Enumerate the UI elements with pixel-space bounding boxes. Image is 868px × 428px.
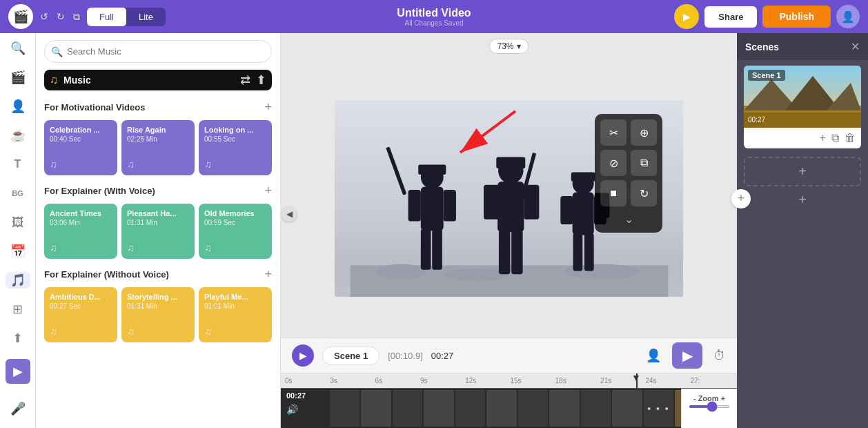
ruler-mark: 9s [419, 377, 464, 385]
music-upload-btn[interactable]: ⬆ [256, 72, 266, 88]
ruler-mark: 18s [554, 377, 599, 385]
scene-add-btn[interactable]: + [820, 132, 826, 144]
search-bar: 🔍 [44, 40, 272, 63]
card-title: Old Memories [204, 209, 266, 217]
scene-clock-btn[interactable]: ⏱ [713, 349, 726, 363]
sidebar-item-text[interactable]: T [6, 156, 30, 173]
music-card[interactable]: Ambitious D... 00:27 Sec ♫ [44, 287, 117, 342]
scene-add-new-btn[interactable]: + [744, 157, 861, 186]
zoom-slider[interactable] [689, 405, 730, 408]
search-input[interactable] [44, 40, 272, 63]
ruler-marks: 0s 3s 6s 9s 12s 15s 18s 21s 24s 27: [284, 377, 734, 385]
card-time: 00:40 Sec [50, 135, 112, 143]
music-card[interactable]: Storytelling ... 01:31 Min ♫ [121, 287, 195, 342]
scenes-header: Scenes ✕ [737, 33, 868, 60]
scene-duration: 00:27 [431, 351, 454, 361]
card-time: 03:06 Min [50, 219, 112, 226]
sidebar-item-media[interactable]: 🎬 [6, 69, 30, 86]
ctx-copy-btn[interactable]: ⧉ [631, 150, 657, 176]
card-title: Looking on ... [204, 126, 266, 134]
ruler-mark: 12s [464, 377, 509, 385]
ruler-mark: 0s [284, 377, 328, 385]
share-button[interactable]: Share [704, 6, 757, 28]
mode-lite-btn[interactable]: Lite [126, 8, 166, 26]
music-card[interactable]: Rise Again 02:26 Min ♫ [121, 120, 195, 175]
sidebar-item-music[interactable]: 🎵 [6, 272, 30, 289]
music-card[interactable]: Playful Me... 01:01 Min ♫ [199, 287, 272, 342]
sidebar-item-image[interactable]: 🖼 [6, 214, 30, 231]
scene-card-1[interactable]: Scene 1 00:27 + ⧉ 🗑 [744, 66, 861, 148]
sidebar-item-grid[interactable]: ⊞ [6, 301, 30, 318]
section-explainer-novoice: For Explainer (Without Voice) + Ambitiou… [36, 267, 280, 351]
scenes-title: Scenes [745, 41, 779, 52]
svg-rect-21 [572, 193, 593, 235]
sidebar-item-bg[interactable]: BG [6, 185, 30, 202]
duplicate-btn[interactable]: ⧉ [73, 11, 80, 23]
music-card[interactable]: Looking on ... 00:55 Sec ♫ [199, 120, 272, 175]
scene-name-badge[interactable]: Scene 1 [322, 347, 379, 365]
svg-rect-24 [573, 233, 582, 271]
music-shuffle-btn[interactable]: ⇄ [240, 72, 250, 88]
ctx-refresh-btn[interactable]: ↻ [631, 180, 657, 206]
zoom-badge[interactable]: 73% ▾ [489, 39, 528, 54]
scene-play-btn[interactable]: ▶ [292, 344, 314, 367]
ctx-square-btn[interactable]: ■ [600, 180, 627, 206]
canvas-add-scene-btn[interactable]: + [731, 189, 751, 208]
video-preview[interactable]: ✂ ⊕ ⊘ ⧉ ■ ↻ ⌄ [335, 100, 683, 297]
card-time: 01:31 Min [127, 302, 189, 310]
sidebar-item-search[interactable]: 🔍 [6, 40, 30, 57]
section-add-explainer-novoice[interactable]: + [264, 267, 272, 282]
music-tab-btn[interactable]: Music [63, 75, 91, 86]
scene-card-thumb: Scene 1 00:27 [744, 66, 861, 128]
ctx-move-btn[interactable]: ⊕ [631, 119, 657, 146]
section-add-motivational[interactable]: + [264, 100, 272, 115]
music-card[interactable]: Celebration ... 00:40 Sec ♫ [44, 120, 117, 175]
card-time: 01:01 Min [204, 302, 266, 310]
zoom-control: - Zoom + [681, 388, 737, 428]
section-title-motivational: For Motivational Videos [44, 102, 145, 113]
timeline-playhead[interactable] [636, 373, 638, 388]
music-card[interactable]: Old Memories 00:59 Sec ♫ [199, 204, 272, 259]
ctx-no-btn[interactable]: ⊘ [600, 150, 627, 176]
section-explainer-voice: For Explainer (With Voice) + Ancient Tim… [36, 184, 280, 267]
scene-duplicate-btn[interactable]: ⧉ [831, 132, 839, 144]
card-note-icon: ♫ [204, 159, 212, 170]
scene-delete-btn[interactable]: 🗑 [845, 132, 856, 144]
ctx-scissors-btn[interactable]: ✂ [600, 119, 627, 146]
user-avatar[interactable]: 👤 [836, 5, 860, 28]
card-note-icon: ♫ [50, 242, 57, 253]
sidebar-item-people[interactable]: 👤 [6, 98, 30, 115]
publish-button[interactable]: Publish [762, 6, 831, 28]
sidebar-item-icons[interactable]: ☕ [6, 127, 30, 144]
svg-rect-26 [571, 172, 595, 182]
sidebar-item-mic[interactable]: 🎤 [6, 396, 30, 421]
music-card[interactable]: Ancient Times 03:06 Min ♫ [44, 204, 117, 259]
topbar-right: ▶ Share Publish 👤 [674, 4, 860, 29]
scenes-add-bottom-btn[interactable]: + [744, 192, 861, 208]
scene-media-btn[interactable]: ▶ [672, 342, 702, 369]
ruler-mark: 24s [644, 377, 689, 385]
sidebar-item-upload[interactable]: ⬆ [6, 330, 30, 347]
cards-explainer-voice: Ancient Times 03:06 Min ♫ Pleasant Ha...… [44, 204, 272, 259]
app-logo[interactable]: 🎬 [8, 4, 33, 29]
scene-person-btn[interactable]: 👤 [646, 348, 661, 363]
sidebar-item-calendar[interactable]: 📅 [6, 243, 30, 260]
undo-btn[interactable]: ↺ [40, 11, 48, 22]
music-card[interactable]: Pleasant Ha... 01:31 Min ♫ [121, 204, 195, 259]
video-title[interactable]: Untitled Video [397, 7, 471, 19]
topbar-center: Untitled Video All Changes Saved [397, 7, 471, 27]
timeline-track[interactable]: 00:27 🔊 • • • - Zoom + [281, 388, 737, 428]
scenes-close-btn[interactable]: ✕ [851, 40, 860, 53]
sidebar-item-video-play[interactable]: ▶ [6, 359, 30, 384]
ctx-chevron-down-btn[interactable]: ⌄ [600, 211, 657, 227]
scene-card-label: Scene 1 [748, 70, 785, 81]
ruler-mark: 3s [328, 377, 373, 385]
panel-collapse-btn[interactable]: ◀ [282, 206, 297, 222]
section-add-explainer-voice[interactable]: + [264, 184, 272, 198]
preview-play-btn[interactable]: ▶ [674, 4, 699, 29]
timeline-ruler: 0s 3s 6s 9s 12s 15s 18s 21s 24s 27: [281, 373, 737, 388]
scene-card-actions: + ⧉ 🗑 [744, 128, 861, 148]
card-note-icon: ♫ [50, 326, 57, 337]
mode-full-btn[interactable]: Full [87, 8, 126, 26]
redo-btn[interactable]: ↻ [57, 11, 65, 22]
